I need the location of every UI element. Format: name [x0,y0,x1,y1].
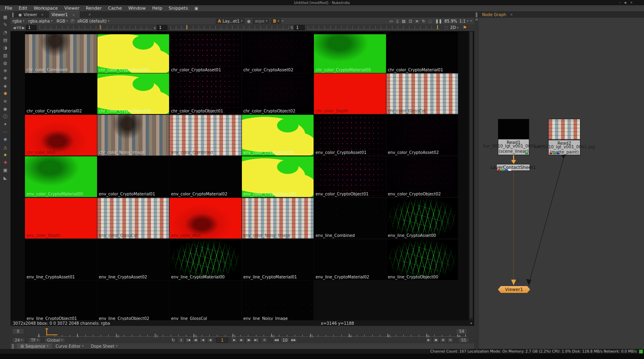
filter-tools-icon[interactable]: ▧ [1,52,10,59]
goto-end-icon[interactable]: ▶| [253,338,259,343]
tab-close-icon[interactable]: × [508,12,515,17]
step-back-icon[interactable]: ◀ [207,338,213,343]
viewer-flag-icon[interactable]: ⚑ [463,25,467,30]
a-input-select[interactable]: A Lay...et1 ▾ [216,19,244,24]
menu-cache[interactable]: Cache [105,5,125,11]
node-layercontactsheet1[interactable]: LayerContactSheet1 [496,164,530,171]
channel-tools-icon[interactable]: ▤ [1,36,10,44]
guides-icon[interactable]: ≡ [415,19,419,23]
current-frame-input[interactable]: 1 [216,338,228,343]
gamma-input[interactable]: 1 [157,25,167,30]
maximize-button[interactable]: ▪ [624,1,626,4]
color-tools-icon[interactable]: ◑ [1,44,10,52]
metadata-tools-icon[interactable]: ⓘ [1,113,10,120]
collapse-icon[interactable]: ▾ [470,19,474,23]
timecode-mode-select[interactable]: TF▾ [28,338,41,343]
keyer-tools-icon[interactable]: ◍ [1,59,10,67]
other-tools-icon[interactable]: ⋯ [1,128,10,136]
flipbook-icon[interactable]: ▶ [425,338,432,343]
close-button[interactable]: × [630,1,633,4]
import-range-icon[interactable]: ⊟ [447,338,454,343]
pixel-aspect-select[interactable]: 1:1▾ [457,19,471,23]
tab-node-graph[interactable]: Node Graph [481,12,508,17]
play-icon[interactable]: ▶ [231,338,237,343]
refresh-icon[interactable]: ↻ [422,19,425,23]
lock-range-icon[interactable]: ⊠ [440,338,446,343]
channel-display-select[interactable]: RGB▾ [54,19,70,23]
bottom-tab-curve-editor[interactable]: Curve Editor▾ [52,343,87,349]
colorspace-select[interactable]: sRGB (default)▾ [75,19,111,23]
bottom-tab-sequence[interactable]: ⊞Sequence▾ [17,343,52,349]
menu-viewer[interactable]: Viewer [61,5,83,11]
jump-forward-button[interactable]: ▶▶ [290,338,297,343]
zoom-level[interactable]: 85.9% [444,19,457,23]
view-mode-select[interactable]: 2D▾ [448,25,460,30]
frame-range-icon[interactable]: ▣ [433,338,439,343]
fstop-next-icon[interactable]: ▶ [22,26,25,30]
range-in-box[interactable]: 0 [12,328,24,334]
range-mode-select[interactable]: Global▾ [44,338,65,343]
minimize-button[interactable]: – [619,1,621,4]
misc-tools-icon[interactable]: ◣ [1,174,10,182]
alpha-layer-select[interactable]: rgba.alpha▾ [26,19,54,23]
workspace-icon[interactable]: ▣ [191,6,201,10]
saturation-slider[interactable] [308,26,440,29]
menu-file[interactable]: File [2,5,15,11]
panel-grip-icon[interactable]: ▌ [10,344,17,349]
plugin-tools-icon[interactable]: ▣ [1,166,10,174]
menu-edit[interactable]: Edit [15,5,30,11]
proxy-icon[interactable]: ▯ [396,19,398,23]
gain-input[interactable]: 1 [26,25,37,30]
full-frame-icon[interactable]: ▭ [389,19,393,23]
menu-snippets[interactable]: Snippets [165,5,191,11]
next-key-icon[interactable]: |▶ [246,338,252,343]
fstop-prev-icon[interactable]: ◀ [10,26,16,30]
jump-back-button[interactable]: ◀◀ [273,338,280,343]
layer-select[interactable]: rgba▾ [10,19,26,23]
pause-icon[interactable]: ❚❚ [435,19,442,23]
fps-select[interactable]: 24▾ [12,338,25,343]
prev-key-icon[interactable]: ◀| [192,338,199,343]
3d-tools-icon[interactable]: ◈ [1,82,10,90]
image-tools-icon[interactable]: ▦ [1,13,10,21]
tab-close-icon[interactable]: × [70,13,77,17]
loop-mode-icon[interactable]: ↻ [171,338,175,343]
node-graph-canvas[interactable] [474,18,644,349]
range-out-box[interactable]: 54 [456,328,467,334]
gamma-slider[interactable] [170,26,289,29]
draw-tools-icon[interactable]: ✎ [1,21,10,29]
roi-icon[interactable]: ◌ [429,19,432,23]
extra-tools-icon[interactable]: ✚ [1,159,10,166]
menu-help[interactable]: Help [149,5,165,11]
toolsets-icon[interactable]: ✦ [1,120,10,128]
input-process-toggle[interactable]: IP [70,19,75,23]
saturation-input[interactable]: 1 [294,25,305,30]
stop-icon[interactable]: ❙ [178,338,184,343]
contact-sheet-canvas[interactable]: chr_color_Combinedchr_color_CryptoAsset0… [10,31,469,320]
ml-tools-icon[interactable]: ◬ [1,143,10,151]
viewer-scrollbar[interactable] [469,31,473,320]
zero-frame-box[interactable]: 0 [261,338,268,343]
clip-warning-icon[interactable]: ▨ [402,19,405,23]
deep-tools-icon[interactable]: ≋ [1,98,10,105]
gain-slider[interactable] [39,26,152,29]
step-forward-icon[interactable]: ▶ [238,338,245,343]
particles-tools-icon[interactable]: ✱ [1,90,10,98]
goto-start-icon[interactable]: |◀ [185,338,192,343]
menu-window[interactable]: Window [125,5,149,11]
play-backward-icon[interactable]: ◀ [200,338,206,343]
playhead-flag-icon[interactable] [45,328,48,330]
views-tools-icon[interactable]: ◉ [1,105,10,113]
frame-increment-input[interactable]: 10 [281,338,289,343]
stack-icon[interactable]: ⊡ [409,19,412,23]
extra-close-icon[interactable]: × [86,12,93,17]
air-tools-icon[interactable]: ❋ [1,136,10,143]
panel-grip-icon[interactable]: ▌ [10,12,17,17]
b-input-select[interactable]: B ▾ [271,19,281,24]
panel-grip-icon[interactable]: ▌ [474,12,481,17]
menu-render[interactable]: Render [83,5,105,11]
panel-close-icon[interactable]: × [39,12,46,17]
menu-workspace[interactable]: Workspace [31,5,61,11]
tab-viewer1[interactable]: Viewer1 × [49,11,80,18]
merge-tools-icon[interactable]: ⊕ [1,67,10,75]
